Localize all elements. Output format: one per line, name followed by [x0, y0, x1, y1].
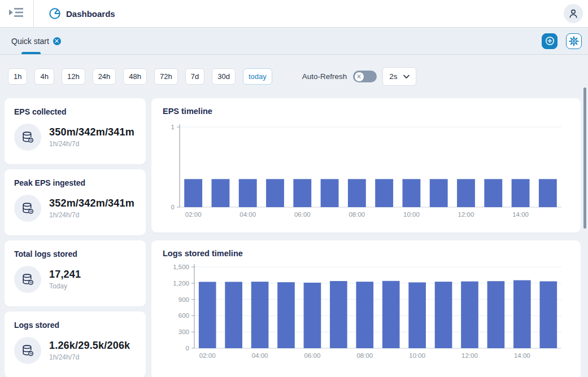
stat-value: 17,241 — [49, 269, 81, 280]
user-icon — [567, 7, 580, 20]
gear-icon — [569, 36, 579, 46]
bar — [484, 179, 502, 207]
svg-text:06:00: 06:00 — [304, 352, 321, 359]
svg-text:12:00: 12:00 — [461, 352, 478, 359]
svg-text:02:00: 02:00 — [199, 352, 216, 359]
chart-title: Logs stored timeline — [163, 249, 569, 258]
pie-chart-logo-icon — [49, 7, 61, 20]
stat-title: Total logs stored — [14, 249, 136, 258]
database-icon — [14, 124, 41, 151]
refresh-interval-value: 2s — [389, 72, 397, 81]
tab-quick-start[interactable]: Quick start — [0, 28, 69, 54]
menu-expand-icon — [9, 7, 24, 20]
sidebar-toggle-button[interactable] — [0, 0, 34, 27]
eps-timeline-chart: 0102:0004:0006:0008:0010:0012:0014:00 — [163, 118, 569, 223]
bar — [375, 179, 393, 207]
bar — [321, 179, 339, 207]
bar — [539, 179, 557, 207]
bar — [512, 179, 530, 207]
bar — [251, 282, 269, 348]
svg-text:900: 900 — [178, 296, 189, 303]
stat-title: Peak EPS ingested — [14, 178, 136, 187]
bar — [348, 179, 366, 207]
stat-card-eps-collected: EPS collected 350m/342m/341m 1h/24h/7d — [5, 98, 146, 164]
logs-stored-timeline-chart: 03006009001,2001,50002:0004:0006:0008:00… — [163, 260, 569, 364]
svg-text:14:00: 14:00 — [512, 211, 529, 218]
bar — [211, 179, 229, 207]
add-dashboard-button[interactable] — [542, 33, 557, 49]
bar — [293, 179, 311, 207]
tab-close-icon[interactable] — [53, 37, 61, 45]
bar — [402, 179, 420, 207]
range-button-48h[interactable]: 48h — [123, 68, 147, 85]
stat-value: 350m/342m/341m — [49, 126, 134, 138]
range-button-1h[interactable]: 1h — [8, 68, 27, 85]
stat-title: EPS collected — [14, 107, 136, 116]
bar — [430, 179, 448, 207]
stat-value: 1.26k/29.5k/206k — [49, 340, 130, 352]
svg-text:1,200: 1,200 — [173, 280, 189, 287]
bar — [408, 282, 426, 348]
bar — [487, 281, 505, 348]
svg-text:10:00: 10:00 — [409, 352, 425, 359]
range-button-72h[interactable]: 72h — [154, 68, 178, 85]
database-icon — [14, 266, 41, 293]
stat-caption: Today — [49, 282, 81, 290]
bar — [225, 282, 242, 348]
bar — [539, 281, 557, 348]
range-button-7d[interactable]: 7d — [185, 68, 204, 85]
svg-text:300: 300 — [178, 328, 189, 335]
svg-text:600: 600 — [178, 312, 189, 319]
chevron-down-icon — [403, 74, 410, 79]
database-icon — [14, 195, 41, 222]
range-button-12h[interactable]: 12h — [62, 68, 85, 85]
database-icon — [14, 337, 41, 364]
auto-refresh-toggle[interactable] — [353, 71, 377, 82]
range-button-24h[interactable]: 24h — [93, 68, 116, 85]
range-button-4h[interactable]: 4h — [34, 68, 54, 85]
eps-timeline-card: EPS timeline 0102:0004:0006:0008:0010:00… — [151, 98, 581, 233]
stat-card-total-logs: Total logs stored 17,241 Today — [5, 240, 146, 306]
stat-caption: 1h/24h/7d — [49, 140, 134, 148]
svg-text:04:00: 04:00 — [239, 211, 256, 218]
dashboard-tab-bar: Quick start — [0, 28, 588, 55]
svg-text:14:00: 14:00 — [514, 352, 530, 359]
range-button-today[interactable]: today — [243, 68, 272, 85]
stat-caption: 1h/24h/7d — [49, 353, 130, 361]
bar — [304, 283, 321, 348]
dashboard-grid: EPS collected 350m/342m/341m 1h/24h/7d — [5, 98, 588, 377]
refresh-interval-select[interactable]: 2s — [382, 67, 416, 86]
top-bar: Dashboards — [0, 0, 588, 28]
bar — [266, 179, 284, 207]
bar — [184, 179, 202, 207]
bar — [457, 179, 475, 207]
user-avatar-button[interactable] — [564, 4, 583, 23]
svg-text:06:00: 06:00 — [294, 211, 311, 218]
vertical-scrollbar[interactable] — [583, 87, 586, 229]
bar — [356, 282, 373, 348]
stat-caption: 1h/24h/7d — [49, 211, 134, 219]
logs-stored-timeline-card: Logs stored timeline 03006009001,2001,50… — [151, 240, 581, 377]
svg-text:08:00: 08:00 — [349, 211, 365, 218]
stat-card-peak-eps: Peak EPS ingested 352m/342m/341m 1h/24h/… — [5, 169, 146, 235]
app-brand: Dashboards — [49, 7, 115, 20]
bar — [330, 281, 347, 348]
page-title: Dashboards — [66, 9, 115, 19]
bar — [461, 282, 478, 348]
svg-text:08:00: 08:00 — [356, 352, 373, 359]
svg-text:12:00: 12:00 — [458, 211, 474, 218]
settings-button[interactable] — [566, 33, 582, 49]
svg-text:0: 0 — [171, 204, 175, 211]
range-button-30d[interactable]: 30d — [212, 68, 236, 85]
time-filter-row: 1h 4h 12h 24h 48h 72h 7d 30d today Auto-… — [0, 55, 588, 86]
circled-plus-icon — [545, 36, 555, 46]
bar — [239, 179, 257, 207]
auto-refresh-label: Auto-Refresh — [302, 72, 347, 81]
svg-text:0: 0 — [186, 345, 189, 352]
toggle-off-knob-icon — [355, 72, 364, 81]
tab-label: Quick start — [11, 37, 49, 46]
svg-text:10:00: 10:00 — [403, 211, 420, 218]
bar — [277, 282, 295, 348]
stat-title: Logs stored — [14, 321, 136, 330]
svg-text:02:00: 02:00 — [185, 211, 202, 218]
